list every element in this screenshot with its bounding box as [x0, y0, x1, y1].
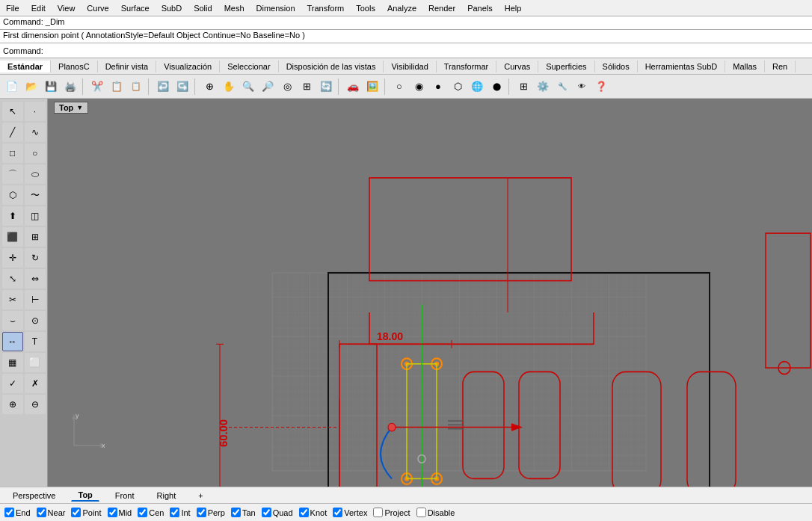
tool-minus[interactable]: ⊖	[25, 395, 46, 414]
tb-print[interactable]: 🖨️	[61, 78, 79, 96]
snap-project[interactable]: Project	[373, 508, 410, 517]
view-tab-perspective[interactable]: Perspective	[6, 490, 62, 502]
tool-curve[interactable]: ∿	[25, 123, 46, 142]
menu-solid[interactable]: Solid	[188, 2, 218, 14]
snap-mid[interactable]: Mid	[108, 508, 132, 517]
menu-analyze[interactable]: Analyze	[381, 2, 422, 14]
tb-pan[interactable]: ✋	[220, 78, 238, 96]
tool-arc[interactable]: ⌒	[2, 164, 23, 184]
tb-settings2[interactable]: ⚙️	[534, 78, 552, 96]
tb-cut[interactable]: ✂️	[88, 78, 106, 96]
tool-freeform[interactable]: 〜	[25, 185, 46, 205]
tb-sphere2[interactable]: ⬤	[487, 78, 505, 96]
menu-file[interactable]: File	[0, 2, 25, 14]
tb-hex[interactable]: ⬡	[449, 78, 467, 96]
tab-visibilidad[interactable]: Visibilidad	[384, 61, 436, 73]
tb-new[interactable]: 📄	[3, 78, 21, 96]
menu-edit[interactable]: Edit	[25, 2, 52, 14]
view-tab-front[interactable]: Front	[108, 490, 141, 502]
snap-point-checkbox[interactable]	[71, 508, 81, 517]
menu-curve[interactable]: Curve	[81, 2, 114, 14]
snap-near[interactable]: Near	[37, 508, 66, 517]
menu-surface[interactable]: Surface	[115, 2, 156, 14]
snap-point[interactable]: Point	[71, 508, 101, 517]
snap-int-checkbox[interactable]	[170, 508, 179, 517]
menu-tools[interactable]: Tools	[350, 2, 381, 14]
snap-knot[interactable]: Knot	[299, 508, 327, 517]
view-tab-right[interactable]: Right	[150, 490, 183, 502]
tab-herramientas-subd[interactable]: Herramientas SubD	[638, 61, 726, 73]
snap-tan[interactable]: Tan	[231, 508, 256, 517]
tab-curvas[interactable]: Curvas	[496, 61, 538, 73]
snap-cen[interactable]: Cen	[138, 508, 164, 517]
tb-open[interactable]: 📂	[22, 78, 40, 96]
tb-zoom-in[interactable]: 🔍	[239, 78, 257, 96]
tool-fillet[interactable]: ⌣	[2, 311, 23, 330]
snap-quad[interactable]: Quad	[262, 508, 293, 517]
snap-disable-checkbox[interactable]	[416, 508, 426, 517]
tool-polygon[interactable]: ⬡	[2, 185, 23, 205]
tb-sphere[interactable]: ○	[390, 78, 408, 96]
tool-polyline[interactable]: ╱	[2, 123, 23, 142]
tool-extrude[interactable]: ⬆	[2, 206, 23, 226]
tb-globe[interactable]: 🌐	[468, 78, 486, 96]
tb-select[interactable]: ⊕	[200, 78, 218, 96]
tb-redo[interactable]: ↪️	[173, 78, 191, 96]
snap-perp-checkbox[interactable]	[197, 508, 206, 517]
tb-settings3[interactable]: 🔧	[553, 78, 571, 96]
tool-x[interactable]: ✗	[25, 374, 46, 393]
snap-mid-checkbox[interactable]	[108, 508, 117, 517]
tool-rect[interactable]: □	[2, 144, 23, 163]
tb-zoom-win[interactable]: ⊞	[298, 78, 316, 96]
tb-eye[interactable]: 👁	[573, 78, 591, 96]
tool-offset[interactable]: ⊙	[25, 311, 46, 330]
tb-torus[interactable]: ◉	[410, 78, 428, 96]
tab-ren[interactable]: Ren	[765, 61, 796, 73]
tb-dot[interactable]: ●	[429, 78, 447, 96]
tool-select-arrow[interactable]: ↖	[2, 102, 23, 121]
tb-grid[interactable]: ⊞	[514, 78, 532, 96]
tab-solidos[interactable]: Sólidos	[595, 61, 638, 73]
viewport-canvas[interactable]: 18.00 60.00	[48, 99, 812, 487]
menu-subd[interactable]: SubD	[156, 2, 188, 14]
tb-zoom-out[interactable]: 🔎	[259, 78, 277, 96]
view-tab-top[interactable]: Top	[71, 489, 99, 502]
snap-int[interactable]: Int	[170, 508, 190, 517]
tab-superficies[interactable]: Superficies	[538, 61, 594, 73]
snap-near-checkbox[interactable]	[37, 508, 46, 517]
menu-view[interactable]: View	[52, 2, 81, 14]
tool-hatch[interactable]: ▦	[2, 353, 23, 372]
tool-rotate-tool[interactable]: ↻	[25, 248, 46, 268]
tool-split[interactable]: ⊢	[25, 290, 46, 309]
tab-estandar[interactable]: Estándar	[0, 61, 51, 73]
snap-tan-checkbox[interactable]	[231, 508, 241, 517]
menu-dimension[interactable]: Dimension	[250, 2, 301, 14]
tool-plus[interactable]: ⊕	[2, 395, 23, 414]
tab-definir-vista[interactable]: Definir vista	[98, 61, 156, 73]
command-input[interactable]	[46, 46, 196, 55]
snap-end[interactable]: End	[4, 508, 31, 517]
tool-point[interactable]: ·	[25, 102, 46, 121]
menu-panels[interactable]: Panels	[461, 2, 499, 14]
tool-check[interactable]: ✓	[2, 374, 23, 393]
tab-transformar[interactable]: Transformar	[437, 61, 497, 73]
snap-end-checkbox[interactable]	[4, 508, 14, 517]
tool-trim[interactable]: ✂	[2, 290, 23, 309]
tab-visualizacion[interactable]: Visualización	[156, 61, 220, 73]
snap-vertex[interactable]: Vertex	[333, 508, 367, 517]
tb-zoom-ext[interactable]: ◎	[278, 78, 296, 96]
tool-scale[interactable]: ⤡	[2, 269, 23, 289]
tb-copy[interactable]: 📋	[108, 78, 126, 96]
snap-perp[interactable]: Perp	[197, 508, 225, 517]
menu-mesh[interactable]: Mesh	[218, 2, 250, 14]
tool-text[interactable]: T	[25, 332, 46, 351]
tb-save[interactable]: 💾	[42, 78, 60, 96]
snap-vertex-checkbox[interactable]	[333, 508, 342, 517]
tool-mirror[interactable]: ⇔	[25, 269, 46, 289]
tb-help[interactable]: ❓	[592, 78, 610, 96]
tab-seleccionar[interactable]: Seleccionar	[220, 61, 278, 73]
snap-project-checkbox[interactable]	[373, 508, 383, 517]
tab-planosc[interactable]: PlanosC	[51, 61, 98, 73]
snap-quad-checkbox[interactable]	[262, 508, 271, 517]
tab-mallas[interactable]: Mallas	[725, 61, 765, 73]
